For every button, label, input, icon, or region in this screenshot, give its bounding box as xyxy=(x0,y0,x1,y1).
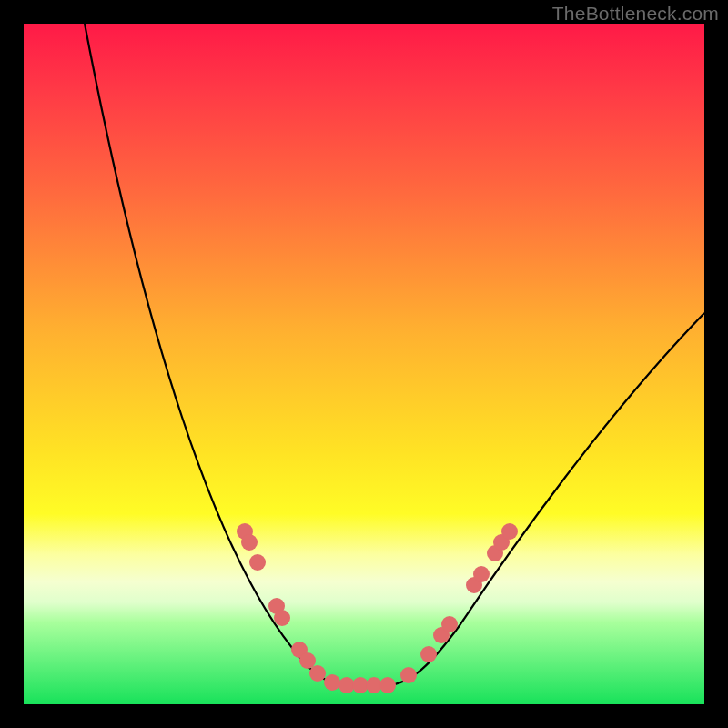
data-dot xyxy=(379,677,396,693)
curve-left-path xyxy=(85,24,344,685)
data-dots xyxy=(237,523,518,693)
chart-plot-area xyxy=(24,24,704,704)
data-dot xyxy=(309,665,326,682)
data-dot xyxy=(249,554,266,571)
watermark-text: TheBottleneck.com xyxy=(552,3,719,25)
bottleneck-curve xyxy=(24,24,704,704)
curve-right-path xyxy=(388,313,704,685)
data-dot xyxy=(274,610,290,626)
data-dot xyxy=(299,652,316,669)
data-dot xyxy=(501,523,518,540)
data-dot xyxy=(324,674,340,691)
data-dot xyxy=(473,566,490,582)
data-dot xyxy=(400,667,417,683)
data-dot xyxy=(441,616,458,632)
data-dot xyxy=(420,646,437,662)
data-dot xyxy=(241,534,258,551)
